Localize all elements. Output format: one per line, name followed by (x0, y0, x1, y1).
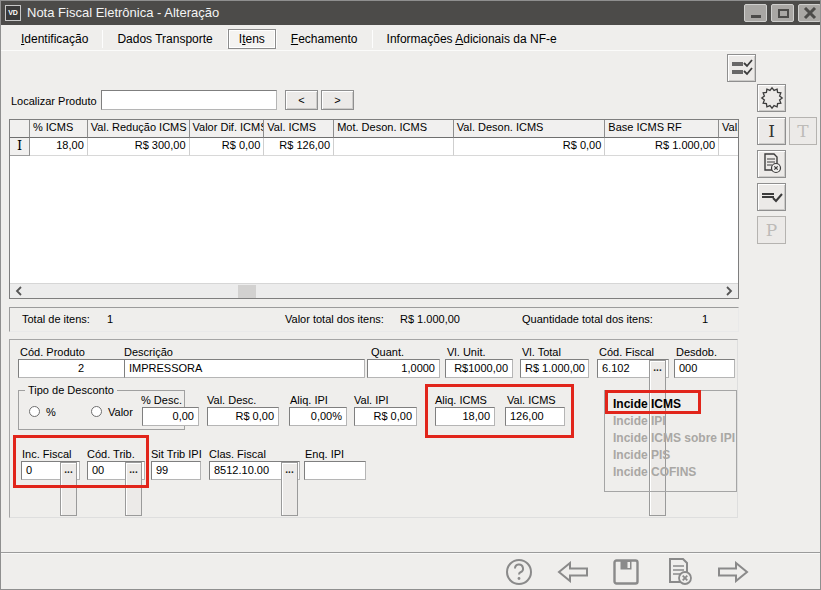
total-qty-value: 1 (702, 313, 708, 325)
perc-desc-field[interactable]: 0,00 (142, 407, 199, 426)
grid-header-cell[interactable]: Valor Dif. ICMS (190, 120, 265, 138)
items-grid[interactable]: % ICMS Val. Redução ICMS Valor Dif. ICMS… (9, 119, 739, 299)
tab-identificacao[interactable]: Identificação (7, 29, 102, 49)
percent-radio[interactable] (29, 406, 40, 417)
minimize-button[interactable] (744, 4, 767, 22)
cancel-document-icon[interactable] (664, 557, 694, 587)
grid-header-cell[interactable]: % ICMS (30, 120, 88, 138)
cod-trib-label: Cód. Trib. (87, 448, 135, 460)
app-icon: VD (5, 5, 21, 21)
sit-trib-ipi-field[interactable]: 99 (151, 461, 201, 480)
document-x-icon (761, 153, 783, 175)
clas-fiscal-lookup-button[interactable]: ... (281, 462, 298, 516)
descricao-field[interactable]: IMPRESSORA (124, 359, 365, 378)
scroll-left-icon[interactable] (15, 286, 23, 296)
title-bar: VD Nota Fiscal Eletrônica - Alteração (1, 1, 821, 25)
minimize-icon (751, 15, 761, 18)
next-product-button[interactable]: > (321, 90, 354, 110)
desdob-field[interactable]: 000 (674, 359, 735, 378)
search-label: Localizar Produto (11, 95, 97, 107)
grid-cell[interactable]: R$ 300,00 (88, 138, 190, 156)
cod-produto-label: Cód. Produto (20, 346, 85, 358)
aliq-ipi-field[interactable]: 0,00% (289, 407, 347, 426)
sit-trib-ipi-label: Sit Trib IPI (151, 448, 202, 460)
clas-fiscal-label: Clas. Fiscal (209, 448, 266, 460)
percent-radio-label[interactable]: % (46, 406, 56, 418)
close-button[interactable] (798, 4, 821, 22)
grid-header-cell[interactable]: Base ICMS RF (605, 120, 719, 138)
val-icms-field[interactable]: 126,00 (505, 407, 565, 426)
grid-header-cell[interactable]: Val. Redução ICMS (88, 120, 190, 138)
close-icon (803, 7, 817, 20)
nfe-window: VD Nota Fiscal Eletrônica - Alteração Id… (0, 0, 821, 590)
confirm-all-button[interactable] (727, 54, 756, 82)
new-item-button[interactable] (757, 84, 786, 112)
vl-total-label: Vl. Total (522, 346, 561, 358)
val-desc-field[interactable]: R$ 0,00 (207, 407, 279, 426)
incide-icms-item: Incide ICMS (605, 395, 736, 412)
val-icms-label: Val. ICMS (507, 394, 556, 406)
grid-cell[interactable] (719, 138, 738, 156)
maximize-button[interactable] (771, 4, 794, 22)
grid-header-cell[interactable]: Mot. Deson. ICMS (334, 120, 454, 138)
tab-dados-transporte[interactable]: Dados Transporte (103, 29, 226, 49)
burst-icon (759, 85, 785, 111)
total-value-value: R$ 1.000,00 (400, 313, 460, 325)
previous-icon[interactable] (557, 561, 589, 583)
grid-header-row: % ICMS Val. Redução ICMS Valor Dif. ICMS… (10, 120, 738, 138)
incide-cofins-item: Incide COFINS (605, 463, 736, 480)
valor-radio-label[interactable]: Valor (108, 406, 133, 418)
val-ipi-field[interactable]: R$ 0,00 (354, 407, 417, 426)
vl-unit-field[interactable]: R$1000,00 (445, 359, 513, 378)
incide-list: Incide ICMS Incide IPI Incide ICMS sobre… (604, 390, 737, 492)
bottom-toolbar (1, 552, 821, 590)
grid-horizontal-scrollbar[interactable] (10, 283, 738, 298)
p-button: P (757, 216, 786, 244)
enq-ipi-label: Enq. IPI (305, 448, 344, 460)
total-items-value: 1 (107, 313, 113, 325)
val-ipi-label: Val. IPI (354, 394, 389, 406)
perc-desc-label: % Desc. (141, 394, 182, 406)
grid-cell[interactable]: 18,00 (30, 138, 88, 156)
enq-ipi-field[interactable] (304, 461, 366, 480)
tab-fechamento[interactable]: Fechamento (277, 29, 372, 49)
grid-header-cell[interactable]: Val. Deson. ICMS (454, 120, 606, 138)
line-check-icon (761, 189, 783, 205)
save-icon[interactable] (612, 558, 640, 586)
confirm-item-button[interactable] (757, 183, 786, 211)
vl-total-field[interactable]: R$ 1.000,00 (520, 359, 589, 378)
search-input[interactable] (101, 90, 277, 110)
maximize-icon (778, 9, 789, 18)
help-icon[interactable] (505, 558, 533, 586)
tab-informacoes-adicionais[interactable]: Informações Adicionais da NF-e (373, 29, 571, 49)
totals-bar: Total de itens: 1 Valor total dos itens:… (9, 307, 739, 332)
scroll-right-icon[interactable] (725, 286, 733, 296)
lines-check-icon (731, 59, 753, 77)
total-value-label: Valor total dos itens: (285, 313, 384, 325)
grid-header-cell[interactable]: Val. (719, 120, 738, 138)
aliq-icms-field[interactable]: 18,00 (435, 407, 495, 426)
grid-cell[interactable]: R$ 1.000,00 (605, 138, 719, 156)
grid-cell[interactable] (334, 138, 454, 156)
valor-radio[interactable] (91, 406, 102, 417)
inc-fiscal-lookup-button[interactable]: ... (60, 462, 77, 516)
cod-trib-lookup-button[interactable]: ... (125, 462, 142, 516)
cod-fiscal-label: Cód. Fiscal (599, 346, 654, 358)
quant-field[interactable]: 1,0000 (367, 359, 440, 378)
tab-itens[interactable]: Itens (228, 29, 276, 49)
descricao-label: Descrição (124, 346, 173, 358)
delete-item-button[interactable] (757, 150, 786, 178)
val-desc-label: Val. Desc. (207, 394, 256, 406)
scrollbar-thumb[interactable] (238, 285, 256, 298)
grid-cell[interactable]: R$ 0,00 (454, 138, 606, 156)
grid-data-row[interactable]: I 18,00 R$ 300,00 R$ 0,00 R$ 126,00 R$ 0… (10, 138, 738, 156)
grid-cell[interactable]: R$ 126,00 (264, 138, 334, 156)
prev-product-button[interactable]: < (285, 90, 318, 110)
insert-item-button[interactable]: I (757, 117, 786, 145)
grid-header-cell[interactable]: Val. ICMS (264, 120, 334, 138)
grid-cell[interactable]: R$ 0,00 (190, 138, 265, 156)
vl-unit-label: Vl. Unit. (447, 346, 486, 358)
row-indicator: I (10, 138, 30, 156)
next-icon[interactable] (717, 561, 749, 583)
aliq-ipi-label: Aliq. IPI (290, 394, 328, 406)
